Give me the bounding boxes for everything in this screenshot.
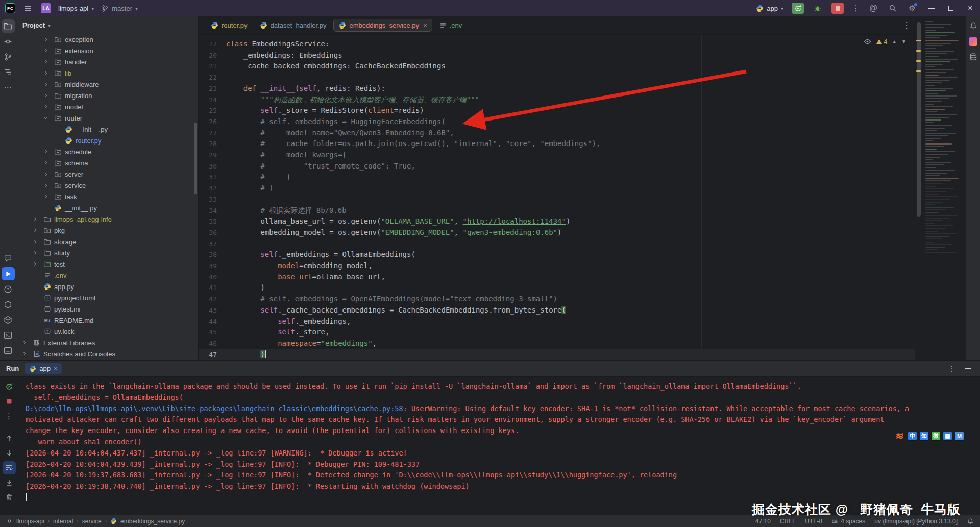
- editor-tab--env[interactable]: .env: [434, 19, 468, 32]
- tree-item-llmops-api-egg-info[interactable]: llmops_api.egg-info: [16, 213, 198, 225]
- chevron-right-icon[interactable]: [21, 340, 30, 346]
- git-branch-icon[interactable]: [2, 50, 15, 63]
- code-area[interactable]: 17class EmbeddingsService:20 _embeddings…: [199, 35, 915, 360]
- run-options-icon[interactable]: ⋮: [948, 364, 955, 373]
- breadcrumb-internal[interactable]: internal: [53, 518, 73, 525]
- chevron-right-icon[interactable]: [32, 238, 40, 245]
- tab-list-options-icon[interactable]: ⋮: [903, 21, 911, 30]
- tree-item-pkg[interactable]: pkg: [16, 225, 198, 236]
- tree-item-external-libraries[interactable]: External Libraries: [16, 337, 198, 348]
- tree-item-migration[interactable]: migration: [16, 90, 198, 101]
- ai-assistant-icon[interactable]: [967, 35, 980, 48]
- warning-count-badge[interactable]: 4: [876, 38, 888, 45]
- problems-icon[interactable]: ?: [2, 282, 15, 296]
- next-problem-icon[interactable]: ▼: [901, 39, 906, 44]
- soft-wrap-icon[interactable]: [3, 461, 16, 474]
- branch-selector[interactable]: master▾: [101, 5, 138, 12]
- project-folder-icon[interactable]: [2, 19, 15, 33]
- arrow-down-icon[interactable]: [3, 446, 16, 460]
- packages-icon[interactable]: [2, 313, 15, 326]
- project-selector[interactable]: llmops-api▾: [58, 5, 94, 12]
- settings-gear-icon[interactable]: ⚙: [906, 3, 918, 14]
- window-maximize-button[interactable]: [945, 3, 957, 14]
- tree-item-handler[interactable]: handler: [16, 56, 198, 67]
- tree-item-study[interactable]: study: [16, 247, 198, 258]
- tree-item-storage[interactable]: storage: [16, 236, 198, 247]
- minimap[interactable]: [922, 16, 966, 360]
- search-everywhere-icon[interactable]: [887, 3, 898, 14]
- notifications-bell-icon[interactable]: [967, 518, 974, 525]
- chevron-right-icon[interactable]: [43, 36, 51, 42]
- chevron-right-icon[interactable]: [43, 104, 51, 110]
- warning-stripe-mark[interactable]: [916, 60, 921, 62]
- tree-item-lib[interactable]: lib: [16, 67, 198, 79]
- tree-item--init-py[interactable]: __init__.py: [16, 124, 198, 135]
- window-close-button[interactable]: ×: [965, 3, 976, 14]
- highlight-level-icon[interactable]: [864, 38, 871, 45]
- clear-icon[interactable]: [3, 491, 16, 504]
- status-utf-8[interactable]: UTF-8: [805, 518, 822, 525]
- project-panel-header[interactable]: Project ▾: [16, 16, 198, 34]
- structure-icon[interactable]: [2, 65, 15, 79]
- warning-stripe-mark[interactable]: [916, 70, 921, 72]
- editor-tab-router-py[interactable]: router.py: [206, 19, 253, 32]
- rerun-button[interactable]: [792, 3, 804, 14]
- project-avatar[interactable]: LA: [41, 3, 51, 13]
- run-icon[interactable]: [2, 267, 15, 280]
- tree-item-readme-md[interactable]: MREADME.md: [16, 315, 198, 326]
- chevron-right-icon[interactable]: [43, 81, 51, 87]
- console-output[interactable]: class exists in the `langchain-ollama pa…: [18, 377, 980, 515]
- chevron-right-icon[interactable]: [43, 194, 51, 200]
- tree-item-middleware[interactable]: middleware: [16, 79, 198, 90]
- inspection-widget[interactable]: 4 ▲ ▼: [861, 37, 910, 46]
- chevron-right-icon[interactable]: [32, 250, 40, 256]
- tree-item-router[interactable]: router: [16, 112, 198, 124]
- terminal-icon[interactable]: [2, 344, 15, 357]
- run-more-options-icon[interactable]: ⋮: [852, 4, 860, 13]
- more-icon[interactable]: ⋮: [3, 410, 16, 423]
- chevron-right-icon[interactable]: [43, 59, 51, 65]
- tree-item-router-py[interactable]: router.py: [16, 135, 198, 146]
- window-minimize-button[interactable]: [926, 3, 937, 14]
- more-icon[interactable]: ⋯: [2, 81, 15, 94]
- chevron-right-icon[interactable]: [21, 351, 30, 357]
- tree-item-exception[interactable]: exception: [16, 34, 198, 45]
- chevron-right-icon[interactable]: [43, 149, 51, 155]
- tree-item-pyproject-toml[interactable]: Tpyproject.toml: [16, 292, 198, 303]
- tree-item-task[interactable]: task: [16, 191, 198, 202]
- scroll-end-icon[interactable]: [3, 476, 16, 489]
- chevron-right-icon[interactable]: [43, 47, 51, 54]
- chevron-right-icon[interactable]: [43, 160, 51, 166]
- tree-item-pytest-ini[interactable]: pytest.ini: [16, 303, 198, 315]
- tree-item-service[interactable]: service: [16, 180, 198, 191]
- breadcrumb-llmops-api[interactable]: llmops-api: [16, 518, 44, 525]
- chevron-right-icon[interactable]: [43, 171, 51, 177]
- notifications-icon[interactable]: [967, 19, 980, 33]
- stack-trace-link[interactable]: D:\code\llm-ops\llmops-api\.venv\Lib\sit…: [26, 404, 403, 413]
- python-console-icon[interactable]: [2, 328, 15, 342]
- tree-item-schema[interactable]: schema: [16, 157, 198, 169]
- commit-icon[interactable]: [2, 35, 15, 48]
- ai-chat-icon[interactable]: [2, 252, 15, 265]
- warning-stripe-mark[interactable]: [916, 50, 921, 52]
- chevron-down-icon[interactable]: [43, 115, 51, 121]
- rerun-icon[interactable]: [3, 380, 16, 393]
- services-icon[interactable]: [2, 298, 15, 311]
- run-config-selector[interactable]: app▾: [756, 5, 783, 12]
- prev-problem-icon[interactable]: ▲: [892, 39, 897, 44]
- debug-button[interactable]: [812, 3, 823, 14]
- editor-tab-embeddings-service-py[interactable]: embeddings_service.py×: [333, 19, 432, 32]
- tree-item-app-py[interactable]: app.py: [16, 281, 198, 292]
- tree-item--init-py[interactable]: __init__.py: [16, 202, 198, 213]
- project-scrollbar[interactable]: [194, 123, 197, 194]
- editor-error-stripe[interactable]: [915, 16, 922, 360]
- run-tab-app[interactable]: app ×: [25, 363, 61, 374]
- tree-item-server[interactable]: server: [16, 169, 198, 180]
- close-icon[interactable]: ×: [54, 365, 58, 372]
- stop-icon[interactable]: [3, 395, 16, 408]
- ai-assistant-at-icon[interactable]: @: [868, 3, 879, 14]
- status-47-10[interactable]: 47:10: [755, 518, 771, 525]
- editor-scrollbar-thumb[interactable]: [917, 22, 921, 217]
- close-icon[interactable]: ×: [423, 21, 427, 29]
- tree-item-schedule[interactable]: schedule: [16, 146, 198, 157]
